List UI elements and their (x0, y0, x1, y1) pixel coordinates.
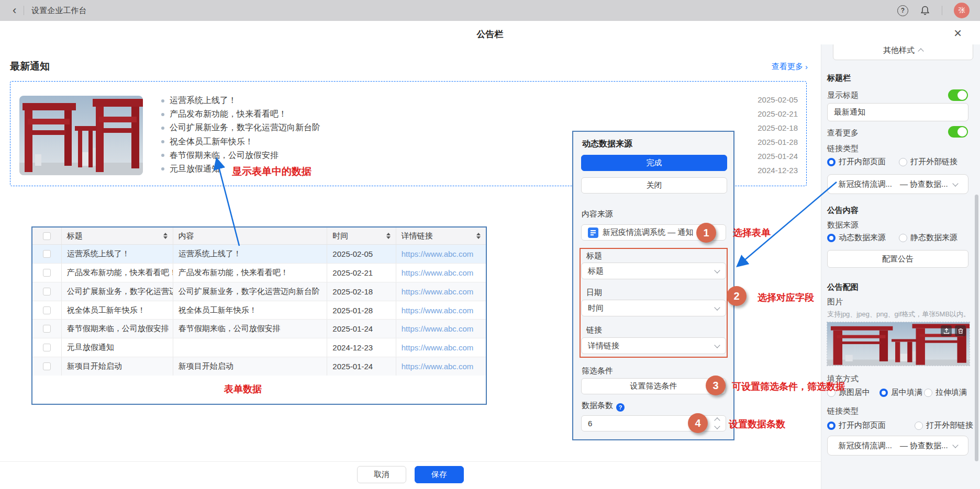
column-header-time[interactable]: 时间 (327, 228, 396, 244)
radio-open-external-2[interactable]: 打开外部链接 (915, 420, 973, 430)
save-button[interactable]: 保存 (415, 466, 464, 483)
cell-time: 2025-02-05 (327, 245, 396, 263)
sort-icon[interactable] (386, 233, 391, 239)
radio-fill-fill[interactable]: 居中填满 (879, 388, 922, 397)
row-checkbox[interactable] (43, 344, 51, 351)
notice-photo (19, 96, 143, 175)
sort-icon[interactable] (163, 233, 168, 239)
radio-open-internal-2[interactable]: 打开内部页面 (827, 420, 886, 430)
sort-icon[interactable] (476, 233, 481, 239)
sidebar-scrollbar[interactable] (975, 195, 978, 461)
row-checkbox[interactable] (43, 306, 51, 314)
cancel-button[interactable]: 取消 (357, 466, 406, 483)
row-checkbox[interactable] (43, 269, 51, 277)
cell-title: 公司扩展新业务，数字化运营迈... (62, 282, 173, 301)
table-row[interactable]: 公司扩展新业务，数字化运营迈... 公司扩展新业务，数字化运营迈向新台阶 202… (32, 282, 486, 301)
column-header-link[interactable]: 详情链接 (396, 228, 486, 244)
radio-label: 动态数据来源 (839, 233, 886, 243)
chevron-down-icon (714, 342, 720, 348)
cell-time: 2025-01-24 (327, 357, 396, 376)
annotation-step-1: 选择表单 (733, 226, 771, 239)
cell-link[interactable]: https://www.abc.com (396, 301, 486, 320)
close-icon[interactable]: × (954, 26, 962, 40)
view-more-label: 查看更多 (772, 62, 803, 72)
table-row[interactable]: 元旦放假通知 2024-12-23 https://www.abc.com (32, 338, 486, 357)
title-text-input[interactable]: 最新通知 (827, 103, 968, 121)
back-chevron-icon[interactable]: ‹ (13, 5, 16, 16)
select-all-checkbox[interactable] (43, 232, 51, 240)
announcement-content-section: 公告内容 (827, 206, 859, 215)
cell-link[interactable]: https://www.abc.com (396, 282, 486, 301)
notice-item[interactable]: 祝全体员工新年快乐！ (161, 137, 320, 147)
upload-icon[interactable] (941, 325, 952, 336)
view-more-link[interactable]: 查看更多 › (772, 62, 808, 72)
help-icon[interactable]: ? (897, 5, 908, 16)
latest-notice-heading: 最新通知 (10, 60, 50, 73)
done-button[interactable]: 完成 (581, 155, 727, 171)
cell-title: 运营系统上线了！ (62, 245, 173, 263)
link-target-dropdown[interactable]: 新冠疫情流调... — 协查数据... (827, 174, 968, 194)
show-title-toggle[interactable] (948, 89, 968, 101)
filter-label: 筛选条件 (582, 366, 613, 376)
number-stepper[interactable] (715, 418, 719, 428)
cell-content (173, 338, 328, 357)
table-row[interactable]: 新项目开始启动 新项目开始启动 2025-01-24 https://www.a… (32, 357, 486, 376)
modal-header: 公告栏 × (0, 21, 980, 44)
question-circle-icon[interactable]: ? (616, 403, 625, 412)
field-title-dropdown[interactable]: 标题 (581, 263, 726, 279)
row-checkbox[interactable] (43, 325, 51, 333)
cell-link[interactable]: https://www.abc.com (396, 320, 486, 338)
bell-icon[interactable] (920, 5, 930, 16)
field-date-value: 时间 (588, 303, 604, 313)
cell-link[interactable]: https://www.abc.com (396, 245, 486, 263)
avatar[interactable]: 张 (954, 3, 970, 18)
notice-item[interactable]: 运营系统上线了！ (161, 95, 320, 106)
field-date-dropdown[interactable]: 时间 (581, 300, 726, 316)
column-header-content[interactable]: 内容 (173, 228, 328, 244)
topbar-divider-2 (942, 6, 942, 15)
image-thumbnail[interactable] (827, 322, 970, 366)
field-date-label: 日期 (586, 288, 602, 298)
configure-announcement-button[interactable]: 配置公告 (827, 250, 968, 268)
table-header: 标题 内容 时间 详情链接 (32, 228, 486, 245)
radio-dynamic-source[interactable]: 动态数据来源 (827, 233, 886, 243)
notice-text: 运营系统上线了！ (170, 95, 237, 106)
column-label: 标题 (67, 231, 83, 241)
set-filter-button[interactable]: 设置筛选条件 (581, 378, 726, 394)
column-header-title[interactable]: 标题 (62, 228, 173, 244)
view-more-toggle[interactable] (948, 126, 968, 138)
row-checkbox[interactable] (43, 288, 51, 295)
table-row[interactable]: 春节假期来临，公司放假安排 春节假期来临，公司放假安排 2025-01-24 h… (32, 320, 486, 338)
notice-item[interactable]: 产品发布新功能，快来看看吧！ (161, 109, 320, 120)
table-row[interactable]: 产品发布新功能，快来看看吧！ 产品发布新功能，快来看看吧！ 2025-02-21… (32, 264, 486, 282)
cell-link[interactable]: https://www.abc.com (396, 264, 486, 282)
radio-static-source[interactable]: 静态数据来源 (899, 233, 957, 243)
radio-icon (827, 234, 836, 242)
row-checkbox[interactable] (43, 362, 51, 370)
trash-icon[interactable] (955, 325, 966, 336)
notice-date: 2024-12-23 (758, 166, 798, 175)
close-button[interactable]: 关闭 (581, 177, 727, 194)
annotation-display-data: 显示表单中的数据 (232, 165, 311, 178)
radio-open-internal[interactable]: 打开内部页面 (827, 157, 886, 167)
cell-link[interactable]: https://www.abc.com (396, 338, 486, 357)
radio-fill-stretch[interactable]: 拉伸填满 (924, 388, 967, 397)
row-checkbox[interactable] (43, 250, 51, 258)
radio-open-external[interactable]: 打开外部链接 (899, 157, 957, 167)
field-link-value: 详情链接 (588, 341, 619, 351)
data-source-label: 数据来源 (827, 220, 859, 230)
field-link-label: 链接 (586, 325, 602, 335)
bullet-icon (161, 127, 164, 130)
notice-item[interactable]: 公司扩展新业务，数字化运营迈向新台阶 (161, 122, 320, 133)
column-label: 内容 (179, 231, 194, 241)
panel-title: 动态数据来源 (582, 139, 632, 150)
cell-link[interactable]: https://www.abc.com (396, 357, 486, 376)
table-row[interactable]: 祝全体员工新年快乐！ 祝全体员工新年快乐！ 2025-01-28 https:/… (32, 301, 486, 320)
field-link-dropdown[interactable]: 详情链接 (581, 337, 726, 354)
table-row[interactable]: 运营系统上线了！ 运营系统上线了！ 2025-02-05 https://www… (32, 245, 486, 264)
other-style-button[interactable]: 其他样式 (833, 44, 973, 60)
notice-item[interactable]: 春节假期来临，公司放假安排 (161, 150, 320, 161)
link-target-dropdown-2[interactable]: 新冠疫情流调... — 协查数据... (827, 436, 968, 456)
notice-dates: 2025-02-05 2025-02-21 2025-02-18 2025-01… (758, 95, 798, 175)
other-style-label: 其他样式 (883, 46, 915, 55)
